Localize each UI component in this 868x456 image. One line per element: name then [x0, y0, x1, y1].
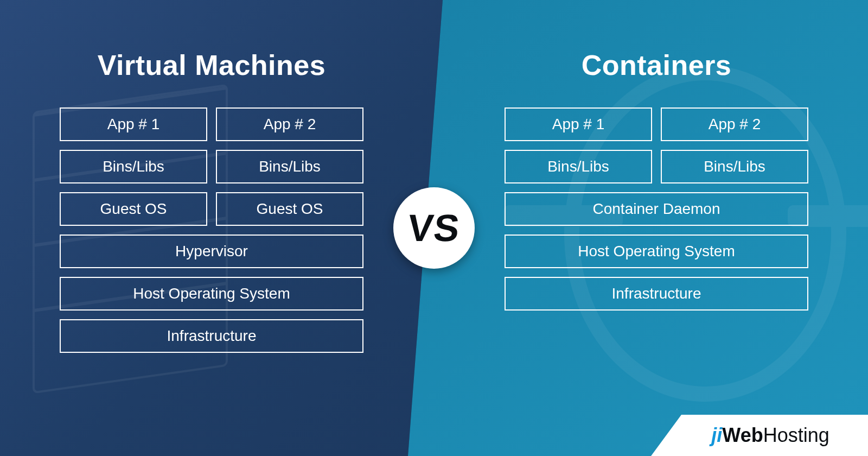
- ct-container-daemon: Container Daemon: [505, 192, 808, 226]
- ct-bins-2: Bins/Libs: [661, 150, 808, 183]
- ct-app-2: App # 2: [661, 107, 808, 141]
- brand-suffix: Hosting: [763, 424, 829, 446]
- ct-row-apps: App # 1 App # 2: [505, 107, 808, 141]
- ct-row-bins: Bins/Libs Bins/Libs: [505, 150, 808, 183]
- vm-row-bins: Bins/Libs Bins/Libs: [60, 150, 363, 183]
- vm-infrastructure: Infrastructure: [60, 319, 363, 353]
- vm-guestos-2: Guest OS: [216, 192, 363, 226]
- vm-row-guestos: Guest OS Guest OS: [60, 192, 363, 226]
- vm-guestos-1: Guest OS: [60, 192, 207, 226]
- vm-bins-2: Bins/Libs: [216, 150, 363, 183]
- vm-title: Virtual Machines: [98, 49, 326, 81]
- comparison-diagram: Virtual Machines App # 1 App # 2 Bins/Li…: [0, 0, 868, 456]
- containers-column: Containers App # 1 App # 2 Bins/Libs Bin…: [505, 49, 808, 311]
- brand-corner: jiWebHosting: [651, 415, 868, 456]
- vm-app-1: App # 1: [60, 107, 207, 141]
- vm-row-apps: App # 1 App # 2: [60, 107, 363, 141]
- vm-hypervisor: Hypervisor: [60, 235, 363, 268]
- brand-mid: Web: [722, 424, 763, 446]
- ct-bins-1: Bins/Libs: [505, 150, 652, 183]
- brand-prefix: ji: [711, 424, 722, 446]
- vm-app-2: App # 2: [216, 107, 363, 141]
- ct-app-1: App # 1: [505, 107, 652, 141]
- ct-infrastructure: Infrastructure: [505, 277, 808, 311]
- vm-host-os: Host Operating System: [60, 277, 363, 311]
- vm-stack: App # 1 App # 2 Bins/Libs Bins/Libs Gues…: [60, 107, 363, 353]
- ct-host-os: Host Operating System: [505, 235, 808, 268]
- vm-column: Virtual Machines App # 1 App # 2 Bins/Li…: [60, 49, 363, 353]
- vs-label: VS: [406, 206, 462, 250]
- containers-title: Containers: [582, 49, 732, 81]
- vm-bins-1: Bins/Libs: [60, 150, 207, 183]
- containers-stack: App # 1 App # 2 Bins/Libs Bins/Libs Cont…: [505, 107, 808, 311]
- vs-badge: VS: [393, 187, 475, 269]
- brand-logo: jiWebHosting: [711, 424, 829, 447]
